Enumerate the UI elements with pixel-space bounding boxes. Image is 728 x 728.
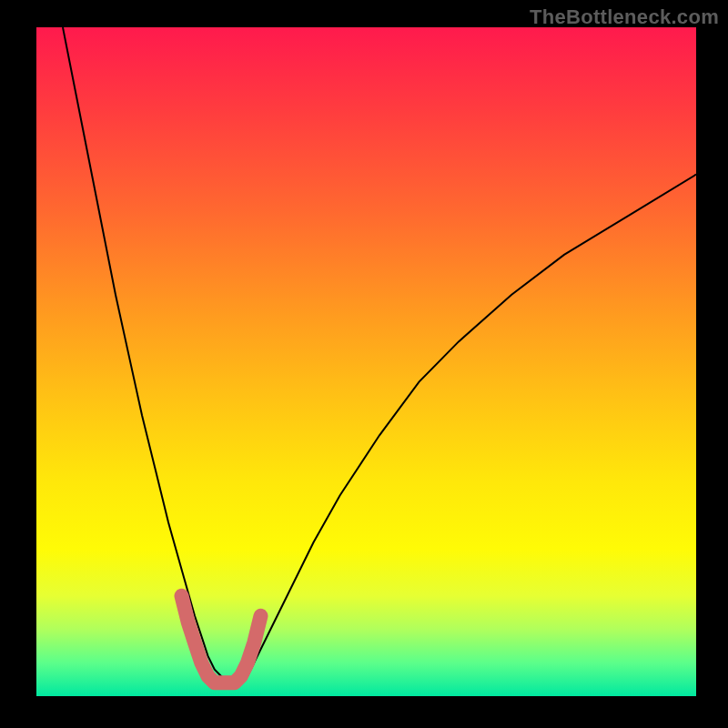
- chart-frame: TheBottleneck.com: [0, 0, 728, 728]
- curve-layer: [36, 27, 696, 696]
- bottleneck-curve: [63, 27, 696, 682]
- plot-area: [36, 27, 696, 696]
- watermark-text: TheBottleneck.com: [530, 5, 719, 29]
